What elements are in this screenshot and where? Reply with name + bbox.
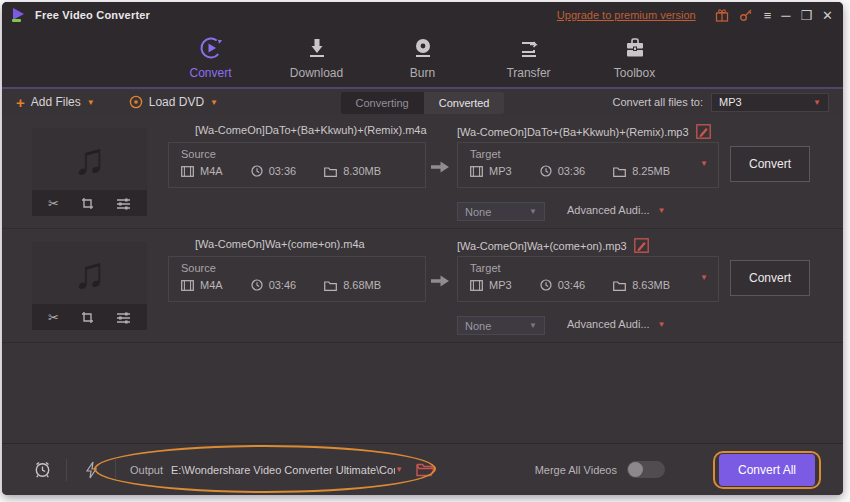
rename-icon[interactable] bbox=[696, 124, 711, 139]
gift-icon[interactable] bbox=[714, 7, 730, 23]
effect-select[interactable]: None ▼ bbox=[457, 202, 545, 221]
filesize-icon bbox=[324, 166, 337, 177]
source-filename: [Wa-ComeOn]Wa+(come+on).m4a bbox=[195, 238, 365, 250]
rename-icon[interactable] bbox=[634, 238, 649, 253]
source-size: 8.68MB bbox=[343, 279, 381, 291]
source-format: M4A bbox=[200, 279, 223, 291]
load-dvd-label: Load DVD bbox=[149, 95, 204, 109]
edit-tools: ✂ bbox=[32, 190, 147, 216]
advanced-audio-dropdown[interactable]: Advanced Audi... ▼ bbox=[567, 204, 665, 216]
tab-toolbox-label: Toolbox bbox=[614, 66, 655, 80]
source-filename: [Wa-ComeOn]DaTo+(Ba+Kkwuh)+(Remix).m4a bbox=[195, 124, 427, 136]
advanced-caret-icon: ▼ bbox=[658, 206, 666, 215]
dvd-icon bbox=[129, 95, 143, 109]
source-info-box: Source M4A 03:46 8.68MB bbox=[168, 256, 426, 302]
merge-all-videos-label: Merge All Videos bbox=[535, 464, 617, 476]
footer-bar: Output E:\Wondershare Video Converter Ul… bbox=[2, 443, 843, 495]
target-format: MP3 bbox=[489, 279, 512, 291]
output-format-select[interactable]: MP3 ▼ bbox=[711, 93, 829, 112]
format-caret-icon: ▼ bbox=[813, 98, 821, 107]
trim-icon[interactable]: ✂ bbox=[48, 310, 59, 325]
high-speed-icon[interactable] bbox=[81, 461, 101, 479]
toolbar: + Add Files ▼ Load DVD ▼ Converting Conv… bbox=[2, 87, 843, 115]
file-row: ♫ ✂ [Wa-ComeOn]Wa+(come+on).m4a Source M… bbox=[2, 229, 843, 343]
effect-caret-icon: ▼ bbox=[529, 321, 537, 330]
tab-download[interactable]: Download bbox=[279, 35, 355, 80]
filesize-icon bbox=[613, 280, 626, 291]
convert-all-button[interactable]: Convert All bbox=[719, 454, 815, 486]
open-folder-icon[interactable] bbox=[415, 462, 435, 477]
toolbox-icon bbox=[622, 35, 648, 61]
app-window: Free Video Converter Upgrade to premium … bbox=[2, 2, 843, 495]
target-duration: 03:46 bbox=[558, 279, 586, 291]
advanced-caret-icon: ▼ bbox=[658, 320, 666, 329]
convert-button[interactable]: Convert bbox=[730, 260, 810, 296]
convert-icon bbox=[198, 35, 224, 61]
trim-icon[interactable]: ✂ bbox=[48, 196, 59, 211]
effect-caret-icon: ▼ bbox=[529, 207, 537, 216]
tab-converted[interactable]: Converted bbox=[424, 92, 505, 114]
advanced-audio-label: Advanced Audi... bbox=[567, 318, 650, 330]
download-icon bbox=[304, 35, 330, 61]
list-filter-tabs: Converting Converted bbox=[341, 92, 505, 114]
effect-select[interactable]: None ▼ bbox=[457, 316, 545, 335]
merge-control: Merge All Videos bbox=[535, 461, 665, 478]
schedule-icon[interactable] bbox=[32, 460, 52, 479]
advanced-audio-dropdown[interactable]: Advanced Audi... ▼ bbox=[567, 318, 665, 330]
media-thumbnail: ♫ ✂ bbox=[32, 128, 147, 216]
key-icon[interactable] bbox=[738, 7, 754, 23]
tab-convert-label: Convert bbox=[189, 66, 231, 80]
tab-toolbox[interactable]: Toolbox bbox=[597, 35, 673, 80]
minimize-button[interactable]: ─ bbox=[781, 9, 790, 22]
tab-converting[interactable]: Converting bbox=[341, 92, 424, 114]
convert-direction-arrow-icon bbox=[430, 274, 450, 288]
duration-icon bbox=[540, 165, 552, 177]
target-duration: 03:36 bbox=[558, 165, 586, 177]
add-files-button[interactable]: + Add Files ▼ bbox=[16, 94, 95, 111]
source-duration: 03:46 bbox=[269, 279, 297, 291]
maximize-button[interactable]: ❒ bbox=[800, 9, 812, 22]
effects-icon[interactable] bbox=[116, 311, 131, 324]
target-settings-caret-icon[interactable]: ▼ bbox=[700, 273, 708, 282]
app-title: Free Video Converter bbox=[35, 9, 150, 21]
transfer-icon bbox=[516, 35, 542, 61]
output-path-value: E:\Wondershare Video Converter Ultimate\… bbox=[171, 464, 395, 476]
upgrade-link[interactable]: Upgrade to premium version bbox=[557, 9, 696, 21]
source-label: Source bbox=[181, 148, 425, 160]
crop-icon[interactable] bbox=[81, 197, 94, 210]
target-info-box: Target MP3 03:46 8.63MB ▼ bbox=[457, 256, 719, 302]
effect-value: None bbox=[465, 206, 529, 218]
duration-icon bbox=[251, 165, 263, 177]
music-note-icon: ♫ bbox=[32, 242, 147, 304]
app-logo-icon bbox=[12, 8, 28, 22]
main-nav: Convert Download Burn Transfer Toolbox bbox=[2, 28, 843, 87]
merge-toggle[interactable] bbox=[627, 461, 665, 478]
tab-convert[interactable]: Convert bbox=[173, 35, 249, 80]
output-path-caret-icon: ▼ bbox=[395, 465, 403, 474]
load-dvd-button[interactable]: Load DVD ▼ bbox=[129, 95, 218, 109]
output-path-select[interactable]: E:\Wondershare Video Converter Ultimate\… bbox=[171, 460, 403, 480]
tab-burn[interactable]: Burn bbox=[385, 35, 461, 80]
target-info-box: Target MP3 03:36 8.25MB ▼ bbox=[457, 142, 719, 188]
convert-button[interactable]: Convert bbox=[730, 146, 810, 182]
menu-icon[interactable]: ≡ bbox=[764, 9, 772, 22]
target-settings-caret-icon[interactable]: ▼ bbox=[700, 159, 708, 168]
tab-transfer[interactable]: Transfer bbox=[491, 35, 567, 80]
target-label: Target bbox=[470, 148, 718, 160]
close-button[interactable]: ✕ bbox=[822, 9, 833, 22]
crop-icon[interactable] bbox=[81, 311, 94, 324]
load-dvd-caret-icon[interactable]: ▼ bbox=[210, 98, 218, 107]
title-bar: Free Video Converter Upgrade to premium … bbox=[2, 2, 843, 28]
target-size: 8.63MB bbox=[632, 279, 670, 291]
source-format: M4A bbox=[200, 165, 223, 177]
tab-burn-label: Burn bbox=[410, 66, 435, 80]
output-format-value: MP3 bbox=[719, 96, 813, 108]
target-filename: [Wa-ComeOn]DaTo+(Ba+Kkwuh)+(Remix).mp3 bbox=[457, 126, 689, 138]
plus-icon: + bbox=[16, 94, 25, 111]
media-thumbnail: ♫ ✂ bbox=[32, 242, 147, 330]
source-label: Source bbox=[181, 262, 425, 274]
file-row: ♫ ✂ [Wa-ComeOn]DaTo+(Ba+Kkwuh)+(Remix).m… bbox=[2, 115, 843, 229]
effects-icon[interactable] bbox=[116, 197, 131, 210]
add-files-caret-icon[interactable]: ▼ bbox=[87, 98, 95, 107]
source-duration: 03:36 bbox=[269, 165, 297, 177]
